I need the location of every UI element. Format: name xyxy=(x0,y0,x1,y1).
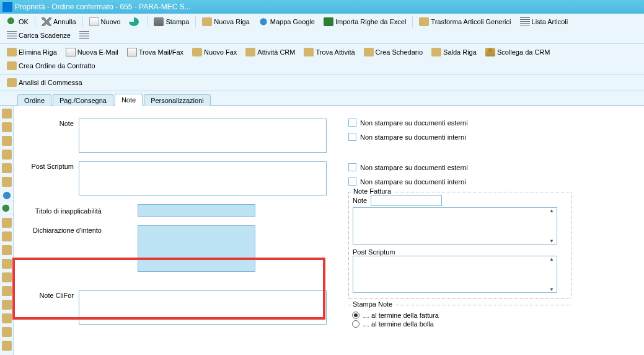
post-scriptum-input[interactable] xyxy=(79,161,327,195)
dichiarazione-input[interactable] xyxy=(138,225,255,272)
radio-label: … al termine della bolla xyxy=(363,320,434,328)
ok-button[interactable]: OK xyxy=(3,16,32,28)
importa-button[interactable]: Importa Righe da Excel xyxy=(320,16,410,28)
tab-personalizzazioni[interactable]: Personalizzazioni xyxy=(144,94,211,106)
email-button[interactable]: Nuova E-Mail xyxy=(62,46,122,58)
vt-calc-icon[interactable] xyxy=(2,136,12,146)
vt-tree-icon[interactable] xyxy=(2,163,12,173)
analysis-icon xyxy=(7,78,17,87)
chk-label: Non stampare su documenti interni xyxy=(360,178,466,186)
nf-ps-textarea[interactable]: ▲▼ xyxy=(353,256,557,293)
toolbar-row-3: Analisi di Commessa xyxy=(0,74,644,91)
excel-icon xyxy=(324,17,333,26)
annulla-button[interactable]: Annulla xyxy=(38,16,80,28)
vt-copy-icon[interactable] xyxy=(2,218,12,228)
cancel-icon xyxy=(42,17,51,26)
titolo-label: Titolo di inapplicabilità xyxy=(20,206,107,215)
scroll-up-icon[interactable]: ▲ xyxy=(547,208,556,213)
vt-link-icon[interactable] xyxy=(2,300,12,310)
nf-note-label: Note xyxy=(353,197,367,204)
note-label: Note xyxy=(20,119,79,127)
analisi-button[interactable]: Analisi di Commessa xyxy=(3,76,86,89)
vt-brush-icon[interactable] xyxy=(2,313,12,323)
more-button[interactable] xyxy=(76,29,95,42)
nuovo-fax-button[interactable]: Nuovo Fax xyxy=(188,46,240,58)
calendar-icon xyxy=(7,31,17,40)
nf-note-small-input[interactable] xyxy=(371,195,442,206)
vt-flow-icon[interactable] xyxy=(2,177,12,187)
mappa-button[interactable]: Mappa Google xyxy=(255,16,319,28)
vt-box-icon[interactable] xyxy=(2,272,12,282)
right-column: Non stampare su documenti esterni Non st… xyxy=(348,119,571,334)
titolo-input[interactable] xyxy=(138,204,255,217)
tab-note[interactable]: Note xyxy=(115,94,143,106)
toolbar-row-1: OK Annulla Nuovo Stampa Nuova Riga Mappa… xyxy=(0,14,644,44)
tab-ordine[interactable]: Ordine xyxy=(17,94,51,106)
more-icon xyxy=(79,31,89,40)
pay-icon xyxy=(431,48,441,56)
dich-label: Dichiarazione d'intento xyxy=(20,225,107,234)
window-title: Proprietà - Ordine confermato - 655 - PA… xyxy=(15,2,191,11)
note-clifor-input[interactable] xyxy=(79,290,327,325)
scollega-button[interactable]: Scollega da CRM xyxy=(482,46,554,58)
stampa-note-legend: Stampa Note xyxy=(351,300,394,308)
search-mail-icon xyxy=(127,48,137,56)
vt-check-icon[interactable] xyxy=(2,204,12,214)
check-icon xyxy=(7,17,17,26)
scroll-down-icon[interactable]: ▼ xyxy=(547,287,556,292)
nf-ps-label: Post Scriptum xyxy=(353,248,567,256)
vertical-toolbar xyxy=(0,106,14,355)
nf-note-textarea[interactable]: ▲▼ xyxy=(353,207,557,245)
carica-button[interactable]: Carica Scadenze xyxy=(3,29,74,42)
ps-label: Post Scriptum xyxy=(20,161,79,170)
refresh-icon xyxy=(129,17,139,26)
chk-interni-2[interactable] xyxy=(348,178,356,186)
vt-updown-icon[interactable] xyxy=(2,341,12,351)
vt-anchor-icon[interactable] xyxy=(2,327,12,337)
scroll-up-icon[interactable]: ▲ xyxy=(547,256,556,262)
stampa-button[interactable]: Stampa xyxy=(150,16,193,28)
trova-attivita-button[interactable]: Trova Attività xyxy=(300,46,358,58)
vt-cycle-icon[interactable] xyxy=(2,122,12,132)
vt-globe-icon[interactable] xyxy=(2,191,12,200)
scroll-down-icon[interactable]: ▼ xyxy=(547,238,556,244)
tab-pag-consegna[interactable]: Pag./Consegna xyxy=(53,94,113,106)
vt-note-icon[interactable] xyxy=(2,286,12,296)
salda-button[interactable]: Salda Riga xyxy=(428,46,480,58)
toolbar-row-2: Elimina Riga Nuova E-Mail Trova Mail/Fax… xyxy=(0,44,644,74)
chk-label: Non stampare su documenti esterni xyxy=(360,164,468,171)
chk-esterni-1[interactable] xyxy=(348,119,356,127)
form-area: Note Post Scriptum Titolo di inapplicabi… xyxy=(14,106,644,355)
vt-doc-icon[interactable] xyxy=(2,150,12,160)
note-fattura-group: Note Fattura Note ▲▼ Post Scriptum ▲▼ xyxy=(348,192,571,299)
nuovo-button[interactable]: Nuovo xyxy=(86,16,125,28)
titlebar: Proprietà - Ordine confermato - 655 - PA… xyxy=(0,0,644,14)
chk-esterni-2[interactable] xyxy=(348,163,356,171)
radio-bolla[interactable] xyxy=(352,320,359,328)
tabstrip: Ordine Pag./Consegna Note Personalizzazi… xyxy=(0,91,644,106)
stampa-note-group: Stampa Note … al termine della fattura …… xyxy=(348,305,571,334)
find-icon xyxy=(304,48,314,56)
trova-mail-button[interactable]: Trova Mail/Fax xyxy=(123,46,187,58)
refresh-button[interactable] xyxy=(125,16,144,28)
vt-user-icon[interactable] xyxy=(2,259,12,269)
crea-ordine-button[interactable]: Crea Ordine da Contratto xyxy=(3,60,99,72)
note-input[interactable] xyxy=(79,119,327,153)
nuova-riga-button[interactable]: Nuova Riga xyxy=(198,16,253,28)
radio-fattura[interactable] xyxy=(352,312,359,319)
transform-icon xyxy=(419,17,429,26)
schedario-button[interactable]: Crea Schedario xyxy=(360,46,426,58)
new-icon xyxy=(89,17,99,26)
lista-button[interactable]: Lista Articoli xyxy=(516,16,572,28)
crm-icon xyxy=(245,48,255,56)
vt-page-icon[interactable] xyxy=(2,231,12,241)
trasforma-button[interactable]: Trasforma Articoli Generici xyxy=(415,16,514,28)
attivita-button[interactable]: Attività CRM xyxy=(242,46,299,58)
chk-interni-1[interactable] xyxy=(348,133,356,141)
vt-search-icon[interactable] xyxy=(2,109,12,119)
chk-label: Non stampare su documenti interni xyxy=(360,133,466,141)
vt-export-icon[interactable] xyxy=(2,245,12,255)
note-fattura-legend: Note Fattura xyxy=(351,187,393,195)
schedule-icon xyxy=(364,48,374,56)
elimina-riga-button[interactable]: Elimina Riga xyxy=(3,46,61,58)
